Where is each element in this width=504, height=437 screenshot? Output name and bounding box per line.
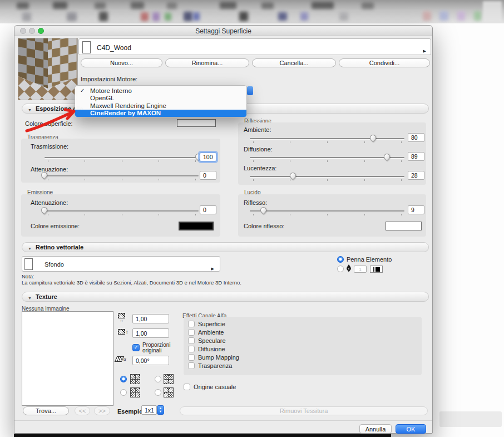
- dialog-title: Settaggi Superficie: [14, 27, 432, 35]
- alpha-bump-mapping-checkbox[interactable]: [188, 354, 195, 361]
- menu-item-motore-interno[interactable]: Motore Interno: [75, 87, 246, 95]
- shininess-slider[interactable]: [250, 172, 404, 181]
- tiling-pattern-2-icon: [164, 374, 174, 384]
- desktop-window-fragment: [439, 411, 502, 427]
- transmission-slider[interactable]: [45, 153, 199, 162]
- transparency-attenuation-slider[interactable]: [45, 171, 199, 180]
- emission-color-well[interactable]: [179, 222, 214, 230]
- surface-color-well[interactable]: [177, 119, 216, 127]
- pen-element-label: Penna Elemento: [347, 256, 392, 263]
- pen-color-button[interactable]: [370, 266, 383, 273]
- note-label: Nota:: [22, 273, 34, 279]
- tiling-mode-3-radio[interactable]: [120, 389, 127, 396]
- alpha-speculare-checkbox[interactable]: [188, 337, 195, 344]
- ambient-slider[interactable]: [250, 134, 404, 143]
- alpha-speculare-label: Speculare: [198, 337, 226, 344]
- pen-number-field[interactable]: 1: [354, 266, 367, 273]
- diffusion-slider[interactable]: [250, 153, 404, 162]
- reflex-value-field[interactable]: 9: [408, 205, 424, 214]
- shininess-value-field[interactable]: 28: [408, 171, 424, 180]
- ambient-value-field[interactable]: 80: [408, 133, 424, 142]
- pen-element-radio[interactable]: [337, 256, 344, 263]
- slider-track[interactable]: [45, 210, 199, 212]
- menu-item-maxwell[interactable]: Maxwell Rendering Engine: [75, 102, 246, 110]
- material-preview-image: [18, 38, 77, 100]
- ok-button[interactable]: OK: [396, 424, 426, 434]
- slider-track[interactable]: [45, 175, 199, 176]
- proportions-checkbox[interactable]: [132, 344, 140, 351]
- transmission-value-field[interactable]: 100: [200, 153, 216, 161]
- material-selector-popup[interactable]: C4D_Wood: [78, 38, 431, 55]
- emission-attenuation-value-field[interactable]: 0: [200, 205, 216, 214]
- find-texture-button[interactable]: Trova...: [23, 406, 69, 415]
- slider-track[interactable]: [45, 157, 199, 158]
- section-header-vector-hatch[interactable]: Retino vettoriale: [22, 242, 429, 252]
- texture-angle-icon: α: [116, 356, 126, 362]
- share-material-button[interactable]: Condividi...: [339, 58, 430, 67]
- alpha-ambiente-checkbox[interactable]: [188, 329, 195, 336]
- dialog-titlebar[interactable]: Settaggi Superficie: [14, 26, 432, 36]
- texture-width-icon: ↔: [118, 313, 125, 322]
- delete-material-button[interactable]: Cancella...: [252, 58, 336, 67]
- texture-height-icon: ↕: [118, 329, 129, 335]
- alpha-diffusione-label: Diffusione: [198, 346, 225, 352]
- random-origin-checkbox[interactable]: [184, 384, 190, 390]
- slider-knob[interactable]: [369, 134, 378, 143]
- tiling-mode-4-radio[interactable]: [155, 389, 161, 396]
- pen-color-swatch-icon: [375, 267, 380, 272]
- disclosure-triangle-icon: [28, 104, 32, 114]
- previous-texture-button[interactable]: <<: [75, 406, 90, 415]
- alpha-superficie-checkbox[interactable]: [188, 321, 195, 327]
- alpha-superficie-label: Superficie: [198, 321, 225, 327]
- pen-stroke-icon: [373, 267, 374, 272]
- material-swatch: [82, 41, 91, 53]
- menu-item-cinerender[interactable]: CineRender by MAXON: [75, 110, 246, 117]
- tiling-mode-1-radio[interactable]: [120, 376, 127, 382]
- section-header-texture[interactable]: Texture: [22, 292, 429, 302]
- slider-track[interactable]: [250, 210, 404, 212]
- sample-value-field[interactable]: 1x1: [141, 405, 157, 415]
- alpha-diffusione-checkbox[interactable]: [188, 346, 195, 352]
- engine-popup-stepper[interactable]: [247, 86, 253, 95]
- engine-settings-label: Impostazioni Motore:: [81, 76, 137, 82]
- reflex-slider[interactable]: [250, 207, 404, 215]
- alpha-bump-mapping-label: Bump Mapping: [198, 354, 239, 361]
- background-window-edge: [14, 434, 391, 437]
- menu-item-opengl[interactable]: OpenGL: [75, 95, 246, 102]
- tiling-mode-2-radio[interactable]: [155, 376, 161, 382]
- cancel-button[interactable]: Annulla: [359, 424, 392, 434]
- slider-knob[interactable]: [383, 153, 392, 161]
- note-text: La campitura vettoriale 3D è visibile su…: [22, 279, 241, 286]
- alpha-trasparenza-label: Trasparenza: [198, 362, 232, 369]
- new-material-button[interactable]: Nuovo...: [81, 58, 162, 67]
- next-texture-button[interactable]: >>: [94, 406, 110, 415]
- reflex-color-well[interactable]: [386, 222, 422, 230]
- texture-preview-box: [22, 311, 113, 406]
- emission-color-label: Colore emissione:: [31, 223, 80, 229]
- slider-track[interactable]: [250, 138, 404, 139]
- texture-height-field[interactable]: 1,00: [132, 328, 169, 338]
- diffusion-label: Diffusione:: [244, 146, 273, 153]
- emission-attenuation-label: Attenuazione:: [31, 199, 68, 206]
- random-origin-label: Origine casuale: [194, 384, 236, 390]
- slider-track[interactable]: [250, 157, 404, 158]
- emission-attenuation-slider[interactable]: [45, 207, 199, 215]
- popup-arrow-icon: [423, 45, 426, 55]
- texture-width-field[interactable]: 1,00: [132, 314, 169, 323]
- proportions-label: Proporzioni originali: [142, 342, 178, 353]
- sample-stepper[interactable]: ▲▼: [157, 405, 164, 415]
- slider-track[interactable]: [250, 176, 404, 177]
- reflex-label: Riflesso:: [244, 199, 267, 206]
- material-name: C4D_Wood: [97, 44, 131, 52]
- hatch-selector-popup[interactable]: Sfondo: [22, 256, 220, 272]
- texture-angle-field[interactable]: 0,00°: [132, 356, 169, 365]
- diffusion-value-field[interactable]: 89: [408, 152, 424, 161]
- alpha-trasparenza-checkbox[interactable]: [188, 362, 195, 369]
- custom-pen-radio[interactable]: [337, 266, 344, 272]
- remove-texture-button[interactable]: Rimuovi Tessitura: [180, 406, 428, 415]
- pen-nib-icon: [346, 264, 352, 274]
- transparency-attenuation-value-field[interactable]: 0: [200, 171, 216, 180]
- slider-knob[interactable]: [289, 171, 298, 180]
- rename-material-button[interactable]: Rinomina...: [165, 58, 249, 67]
- slider-knob[interactable]: [259, 206, 268, 215]
